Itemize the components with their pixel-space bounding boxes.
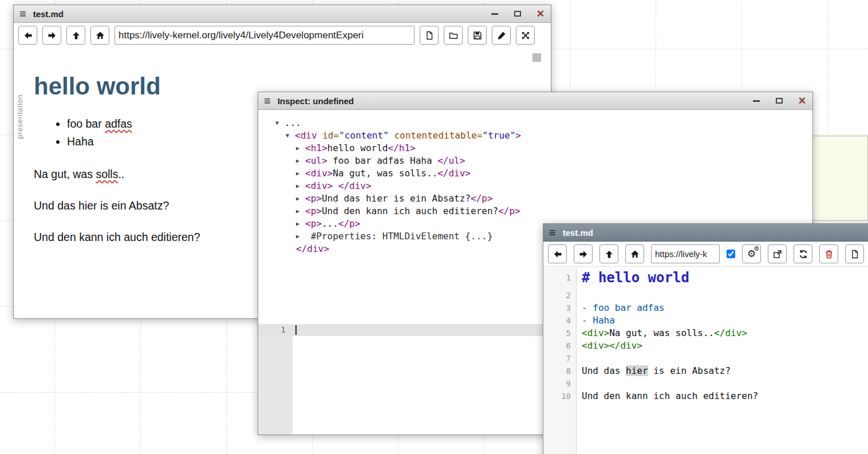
refresh-button[interactable]	[794, 244, 812, 263]
line-number: 7	[543, 352, 577, 365]
edit-button[interactable]	[492, 26, 511, 45]
tree-node[interactable]: ▶<ul> foo bar adfas Haha </ul>	[275, 155, 808, 167]
line-content[interactable]	[577, 377, 582, 390]
tree-node[interactable]: ▶<p>Und das hier is ein Absatz?</p>	[275, 192, 808, 205]
token-plain: Haha	[67, 135, 94, 148]
url-input[interactable]	[651, 244, 720, 263]
tree-node[interactable]: ▶<p>Und den kann ich auch editieren?</p>	[275, 205, 808, 218]
editor-line[interactable]: 3- foo bar adfas	[543, 302, 868, 314]
window-menu-icon[interactable]: ≡	[543, 226, 562, 239]
editor-line[interactable]: 5<div>Na gut, was solls..</div>	[543, 327, 868, 339]
editor-line[interactable]: 4- Haha	[543, 314, 868, 327]
token-plain: foo bar	[67, 117, 105, 130]
line-content[interactable]	[577, 352, 582, 365]
line-content[interactable]: # hello world	[577, 268, 689, 289]
back-icon	[553, 249, 563, 259]
home-button[interactable]	[625, 244, 644, 263]
editor-line[interactable]: 7	[543, 352, 868, 365]
new-file-button[interactable]	[420, 26, 439, 45]
line-content[interactable]: Und den kann ich auch editieren?	[577, 390, 758, 402]
line-content[interactable]: Und das hier is ein Absatz?	[577, 365, 731, 377]
editor-line[interactable]: 10Und den kann ich auch editieren?	[543, 390, 868, 402]
back-button[interactable]	[18, 26, 37, 45]
token-attr: id=	[317, 130, 340, 141]
fullscreen-button[interactable]	[516, 26, 535, 45]
tree-node[interactable]: ▶<div> </div>	[275, 180, 808, 192]
expand-arrow-icon[interactable]: ▶	[296, 218, 305, 230]
home-button[interactable]	[90, 26, 109, 45]
tree-node[interactable]: ▶<h1>hello world</h1>	[275, 142, 808, 155]
tree-node[interactable]: ▼<div id="content" contenteditable="true…	[275, 129, 808, 142]
window-menu-icon[interactable]: ≡	[258, 94, 277, 108]
new-file-icon	[850, 249, 860, 259]
token-tag: </p>	[338, 218, 361, 229]
line-number: 1	[258, 324, 293, 336]
up-button[interactable]	[66, 26, 85, 45]
inspector-titlebar[interactable]: ≡ Inspect: undefined ×	[258, 92, 812, 110]
line-content[interactable]: - foo bar adfas	[577, 302, 665, 314]
expand-arrow-icon[interactable]: ▶	[296, 205, 305, 218]
browse-folder-button[interactable]	[444, 26, 463, 45]
forward-button[interactable]	[42, 26, 61, 45]
maximize-icon[interactable]	[775, 96, 784, 105]
auto-update-checkbox[interactable]	[727, 250, 735, 258]
maximize-icon[interactable]	[513, 9, 522, 18]
folder-icon	[448, 30, 459, 41]
line-content[interactable]	[577, 289, 582, 302]
line-content[interactable]: - Haha	[577, 314, 615, 327]
token-tag: </p>	[471, 193, 493, 204]
tree-node[interactable]: ▼...	[275, 117, 808, 129]
editor-line[interactable]: 6<div></div>	[543, 339, 868, 352]
refresh-icon	[798, 249, 808, 259]
expand-arrow-icon[interactable]: ▶	[296, 155, 305, 167]
close-icon[interactable]: ×	[536, 9, 545, 18]
token-list: - foo bar adfas	[582, 302, 665, 313]
token-plain: Und das	[582, 365, 626, 376]
line-number: 1	[543, 268, 577, 289]
expand-arrow-icon[interactable]: ▶	[296, 167, 305, 180]
home-icon	[630, 249, 640, 259]
home-icon	[95, 30, 105, 41]
token-tag: </div>	[338, 180, 372, 191]
window-menu-icon[interactable]: ≡	[14, 7, 32, 21]
line-content[interactable]: <div>Na gut, was solls..</div>	[577, 327, 747, 339]
token-header: # hello world	[582, 270, 689, 286]
inspector-window-title: Inspect: undefined	[278, 96, 354, 106]
editor-line[interactable]: 1# hello world	[543, 268, 868, 289]
editor-line[interactable]: 8Und das hier is ein Absatz?	[543, 365, 868, 377]
token-tag: <div	[295, 130, 317, 141]
source-editor[interactable]: 1# hello world23- foo bar adfas4- Haha5<…	[543, 268, 868, 454]
expand-arrow-icon[interactable]: ▶	[296, 180, 305, 192]
token-plain: ...	[285, 117, 301, 128]
editor-line[interactable]: 2	[543, 289, 868, 302]
minimize-icon[interactable]	[490, 9, 499, 18]
expand-arrow-icon[interactable]: ▶	[296, 192, 305, 205]
url-input[interactable]	[115, 26, 415, 45]
tree-node[interactable]: ▶<div>Na gut, was solls..</div>	[275, 167, 808, 180]
preview-titlebar[interactable]: ≡ test.md ×	[14, 5, 551, 23]
new-file-button[interactable]	[845, 244, 864, 263]
editor-line[interactable]: 9	[543, 377, 868, 390]
scrollbar-thumb[interactable]	[532, 53, 541, 62]
editor-titlebar[interactable]: ≡ test.md	[543, 224, 868, 242]
line-content[interactable]: <div></div>	[577, 339, 642, 352]
forward-button[interactable]	[574, 244, 593, 263]
edit-pencil-icon	[496, 30, 507, 41]
collapse-arrow-icon[interactable]: ▼	[275, 117, 285, 129]
delete-button[interactable]	[819, 244, 838, 263]
minimize-icon[interactable]	[752, 96, 761, 105]
close-icon[interactable]: ×	[798, 96, 807, 105]
save-button[interactable]	[468, 26, 487, 45]
collapse-arrow-icon[interactable]: ▼	[286, 129, 295, 142]
expand-arrow-icon[interactable]: ▶	[296, 230, 305, 243]
forward-icon	[47, 30, 57, 41]
token-plain	[333, 180, 338, 191]
settings-button[interactable]: ⚙⚙	[742, 244, 761, 263]
token-tag: <p>	[305, 218, 322, 229]
expand-arrow-icon[interactable]: ▶	[296, 142, 305, 155]
open-external-button[interactable]	[768, 244, 787, 263]
editor-window-title: test.md	[563, 228, 593, 238]
back-button[interactable]	[548, 244, 567, 263]
token-plain: hello world	[328, 143, 388, 153]
up-button[interactable]	[599, 244, 618, 263]
